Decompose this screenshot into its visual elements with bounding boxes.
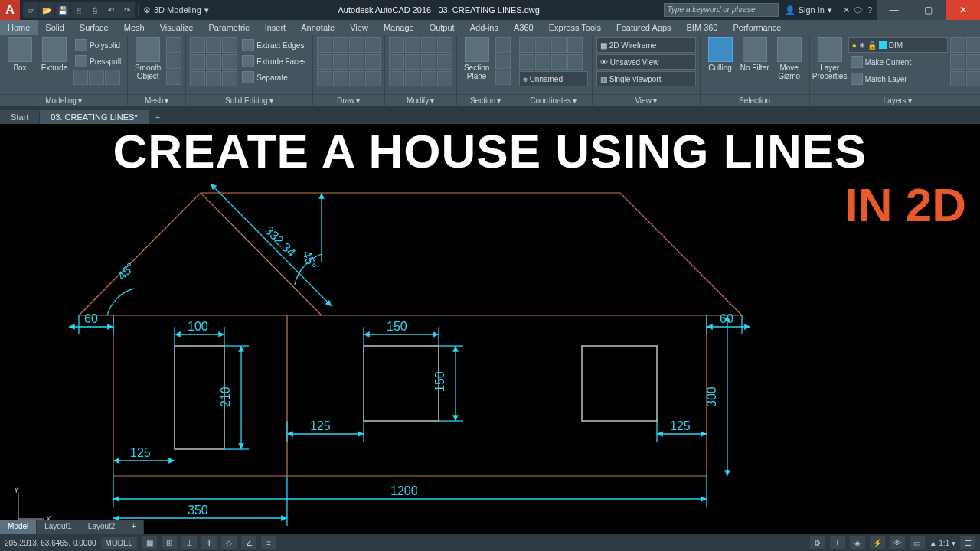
undo-icon[interactable]: ↶ xyxy=(103,2,119,18)
circle-icon[interactable] xyxy=(349,37,364,53)
mesh-less-icon[interactable] xyxy=(166,54,181,69)
intersect-icon[interactable] xyxy=(222,37,237,53)
make-current-button[interactable]: Make Current xyxy=(848,54,948,70)
mirror-icon[interactable] xyxy=(405,54,420,70)
tab-manage[interactable]: Manage xyxy=(376,20,422,35)
cloud-icon[interactable]: ⧂ xyxy=(854,5,863,15)
ucs-x-icon[interactable] xyxy=(535,54,550,70)
tab-output[interactable]: Output xyxy=(422,20,462,35)
spline-icon[interactable] xyxy=(365,54,381,70)
helix-icon[interactable] xyxy=(349,71,364,86)
tab-annotate[interactable]: Annotate xyxy=(293,20,342,35)
anno-scale[interactable]: ▲ 1:1 ▾ xyxy=(929,539,956,547)
layfrz-icon[interactable] xyxy=(950,54,965,70)
mesh-more-icon[interactable] xyxy=(166,37,181,53)
nofilter-button[interactable]: No Filter xyxy=(739,37,771,94)
help-icon[interactable]: ? xyxy=(867,5,872,15)
loft-icon[interactable] xyxy=(105,70,120,85)
tab-featured[interactable]: Featured Apps xyxy=(609,20,679,35)
tab-layout1[interactable]: Layout1 xyxy=(37,520,80,534)
fillet2-icon[interactable] xyxy=(421,54,436,70)
laylck-icon[interactable] xyxy=(966,54,980,70)
mesh-refine-icon[interactable] xyxy=(166,70,181,85)
arc-icon[interactable] xyxy=(365,37,381,53)
named-ucs-dropdown[interactable]: ⎈Unnamed xyxy=(519,71,588,86)
exchange-icon[interactable]: ✕ xyxy=(843,5,850,15)
panel-label[interactable]: Section ▾ xyxy=(457,94,514,106)
extrude-button[interactable]: Extrude xyxy=(38,37,70,94)
snap-toggle[interactable]: ⊞ xyxy=(162,536,177,549)
taper-icon[interactable] xyxy=(222,71,237,86)
polysolid-button[interactable]: Polysolid xyxy=(73,37,123,53)
offset-icon[interactable] xyxy=(437,71,452,86)
polar-toggle[interactable]: ✛ xyxy=(201,536,217,549)
ucs-y-icon[interactable] xyxy=(551,54,567,70)
donut-icon[interactable] xyxy=(365,71,381,86)
fillet-icon[interactable] xyxy=(206,71,221,86)
panel-label[interactable]: Mesh ▾ xyxy=(128,94,185,106)
ucs-view-icon[interactable] xyxy=(567,37,583,53)
move-icon[interactable] xyxy=(389,37,404,53)
section-plane-button[interactable]: Section Plane xyxy=(461,37,493,94)
add-layout-button[interactable]: + xyxy=(123,520,144,534)
osnap-toggle[interactable]: ◇ xyxy=(221,536,237,549)
ucs-face-icon[interactable] xyxy=(551,37,567,53)
add-jog-icon[interactable] xyxy=(495,54,511,69)
scale-icon[interactable] xyxy=(405,71,420,86)
layulk-icon[interactable] xyxy=(966,71,980,86)
region-icon[interactable] xyxy=(333,71,348,86)
workspace-selector[interactable]: ⚙ 3D Modeling ▾ xyxy=(138,5,214,15)
thicken-icon[interactable] xyxy=(206,54,221,70)
rect-icon[interactable] xyxy=(317,54,332,70)
erase-icon[interactable] xyxy=(437,37,452,53)
trim-icon[interactable] xyxy=(421,37,436,53)
layon-icon[interactable] xyxy=(950,71,965,86)
customize-status[interactable]: ☰ xyxy=(960,536,975,549)
layer-props-button[interactable]: Layer Properties xyxy=(814,37,846,94)
smooth-button[interactable]: Smooth Object xyxy=(132,37,164,94)
point-icon[interactable] xyxy=(317,71,332,86)
stretch-icon[interactable] xyxy=(389,71,404,86)
tab-a360[interactable]: A360 xyxy=(506,20,541,35)
hatch-icon[interactable] xyxy=(349,54,364,70)
ucs-prev-icon[interactable] xyxy=(535,37,550,53)
subtract-icon[interactable] xyxy=(206,37,221,53)
new-tab-button[interactable]: + xyxy=(149,110,166,124)
tab-insert[interactable]: Insert xyxy=(257,20,294,35)
culling-button[interactable]: Culling xyxy=(704,37,737,94)
annotation-monitor[interactable]: + xyxy=(830,536,845,549)
viewport-dropdown[interactable]: ▥Single viewport xyxy=(596,71,696,86)
polyline-icon[interactable] xyxy=(333,37,348,53)
ucs-z-icon[interactable] xyxy=(567,54,583,70)
line-icon[interactable] xyxy=(317,37,332,53)
tab-current-drawing[interactable]: 03. CREATING LINES* xyxy=(40,110,149,124)
extrude-faces-button[interactable]: Extrude Faces xyxy=(240,54,308,69)
union-icon[interactable] xyxy=(190,37,205,53)
isolate-objects[interactable]: 👁 xyxy=(890,536,905,549)
clean-screen[interactable]: ▭ xyxy=(910,536,925,549)
save-icon[interactable]: 💾 xyxy=(55,2,70,18)
imprint-icon[interactable] xyxy=(222,54,237,70)
close-button[interactable]: ✕ xyxy=(946,0,980,20)
copy-icon[interactable] xyxy=(389,54,404,70)
tab-performance[interactable]: Performance xyxy=(725,20,789,35)
layoff-icon[interactable] xyxy=(950,37,965,53)
model-button[interactable]: MODEL xyxy=(101,537,138,549)
layiso-icon[interactable] xyxy=(966,37,980,53)
revolve-icon[interactable] xyxy=(73,70,88,85)
tab-addins[interactable]: Add-ins xyxy=(462,20,506,35)
tab-parametric[interactable]: Parametric xyxy=(201,20,256,35)
layer-dropdown[interactable]: ●❄🔓DIM xyxy=(848,37,948,53)
drawing-canvas[interactable]: 60 60 100 150 210 150 125 xyxy=(0,124,980,534)
tab-model[interactable]: Model xyxy=(0,520,37,534)
ortho-toggle[interactable]: ⊥ xyxy=(181,536,197,549)
panel-label[interactable]: Layers ▾ xyxy=(810,94,980,106)
tab-home[interactable]: Home xyxy=(0,20,38,35)
tab-visualize[interactable]: Visualize xyxy=(152,20,201,35)
grid-toggle[interactable]: ▦ xyxy=(142,536,157,549)
visual-style-dropdown[interactable]: ▦2D Wireframe xyxy=(596,37,696,53)
panel-label[interactable]: Solid Editing ▾ xyxy=(186,94,312,106)
live-section-icon[interactable] xyxy=(495,37,511,53)
match-layer-button[interactable]: Match Layer xyxy=(848,71,948,86)
panel-label[interactable]: View ▾ xyxy=(593,94,700,106)
